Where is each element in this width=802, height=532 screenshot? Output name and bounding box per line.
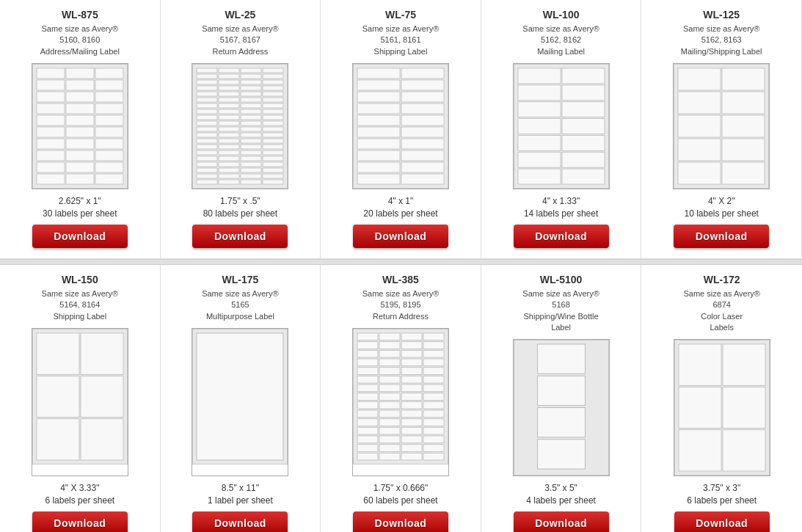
- card-size-wl-150: 4" X 3.33"6 labels per sheet: [45, 482, 114, 507]
- card-wl-100: WL-100Same size as Avery®5162, 8162Maili…: [481, 0, 642, 259]
- card-wl-75: WL-75Same size as Avery®5161, 8161Shippi…: [321, 0, 481, 259]
- svg-rect-71: [263, 121, 283, 125]
- download-button-wl-100[interactable]: Download: [514, 225, 609, 248]
- download-button-wl-175[interactable]: Download: [192, 511, 288, 532]
- svg-rect-82: [241, 139, 261, 143]
- download-button-wl-150[interactable]: Download: [32, 511, 128, 532]
- svg-rect-188: [423, 368, 444, 375]
- download-button-wl-125[interactable]: Download: [674, 225, 769, 248]
- svg-rect-4: [37, 80, 65, 90]
- svg-rect-205: [357, 410, 378, 418]
- card-title-wl-172: WL-172: [704, 274, 740, 285]
- svg-rect-106: [241, 174, 261, 178]
- svg-rect-183: [401, 359, 422, 366]
- svg-rect-70: [241, 121, 261, 125]
- svg-rect-162: [37, 376, 79, 417]
- card-subtitle-wl-172: Same size as Avery®6874Color LaserLabels: [683, 288, 760, 334]
- svg-rect-131: [357, 174, 400, 184]
- svg-rect-68: [197, 121, 217, 125]
- svg-rect-110: [241, 180, 261, 184]
- svg-rect-2: [66, 68, 94, 79]
- svg-rect-118: [401, 92, 444, 102]
- svg-rect-73: [219, 127, 239, 131]
- card-wl-175: WL-175Same size as Avery®5165Multipurpos…: [161, 265, 321, 532]
- card-subtitle-wl-125: Same size as Avery®5162, 8163Mailing/Shi…: [681, 23, 762, 57]
- svg-rect-29: [66, 174, 94, 184]
- card-preview-wl-175: [192, 328, 288, 476]
- svg-rect-62: [241, 109, 261, 114]
- card-size-wl-385: 1.75" x 0.666"60 labels per sheet: [363, 482, 437, 507]
- svg-rect-192: [423, 376, 444, 383]
- svg-rect-199: [401, 393, 422, 401]
- svg-rect-124: [401, 127, 444, 137]
- svg-rect-55: [263, 98, 283, 102]
- svg-rect-5: [66, 80, 94, 90]
- svg-rect-134: [518, 68, 561, 84]
- svg-rect-240: [723, 430, 765, 471]
- download-button-wl-172[interactable]: Download: [674, 511, 770, 532]
- card-preview-wl-100: [513, 63, 610, 189]
- svg-rect-198: [379, 393, 400, 401]
- svg-rect-93: [219, 156, 239, 161]
- download-button-wl-5100[interactable]: Download: [514, 511, 609, 532]
- svg-rect-90: [241, 150, 261, 155]
- svg-rect-215: [401, 427, 422, 434]
- svg-rect-149: [678, 68, 721, 90]
- svg-rect-164: [37, 419, 79, 460]
- svg-rect-12: [95, 103, 123, 114]
- card-subtitle-wl-75: Same size as Avery®5161, 8161Shipping La…: [362, 23, 440, 57]
- svg-rect-18: [95, 127, 123, 137]
- svg-rect-129: [357, 162, 400, 172]
- svg-rect-86: [241, 145, 261, 149]
- svg-rect-212: [423, 419, 444, 426]
- svg-rect-173: [357, 342, 378, 349]
- download-button-wl-25[interactable]: Download: [192, 225, 288, 248]
- svg-rect-170: [379, 333, 400, 340]
- svg-rect-11: [66, 103, 94, 114]
- download-button-wl-875[interactable]: Download: [32, 225, 128, 248]
- svg-rect-202: [379, 401, 400, 409]
- svg-rect-51: [263, 92, 283, 96]
- card-title-wl-125: WL-125: [703, 9, 740, 21]
- svg-rect-22: [37, 150, 65, 161]
- svg-rect-103: [263, 168, 283, 172]
- svg-rect-167: [197, 333, 283, 460]
- svg-rect-84: [197, 145, 217, 149]
- svg-rect-125: [357, 139, 400, 149]
- svg-rect-97: [219, 162, 239, 167]
- svg-rect-207: [401, 410, 422, 418]
- svg-rect-35: [263, 68, 283, 73]
- svg-rect-224: [423, 445, 444, 452]
- svg-rect-139: [562, 102, 605, 117]
- card-subtitle-wl-25: Same size as Avery®5167, 8167Return Addr…: [202, 23, 279, 57]
- svg-rect-21: [95, 139, 123, 149]
- svg-rect-158: [722, 162, 765, 184]
- svg-rect-107: [263, 174, 283, 178]
- download-button-wl-385[interactable]: Download: [353, 511, 448, 532]
- svg-rect-208: [423, 410, 444, 418]
- svg-rect-89: [219, 150, 239, 155]
- svg-rect-160: [37, 333, 79, 374]
- card-wl-125: WL-125Same size as Avery®5162, 8163Maili…: [641, 0, 802, 259]
- card-wl-172: WL-172Same size as Avery®6874Color Laser…: [641, 265, 802, 532]
- svg-rect-27: [95, 162, 123, 172]
- svg-rect-172: [423, 333, 444, 340]
- svg-rect-56: [197, 103, 217, 108]
- svg-rect-105: [219, 174, 239, 178]
- download-button-wl-75[interactable]: Download: [353, 225, 448, 248]
- svg-rect-222: [379, 445, 400, 452]
- svg-rect-33: [219, 68, 239, 73]
- svg-rect-76: [197, 133, 217, 137]
- svg-rect-225: [357, 453, 378, 460]
- svg-rect-96: [197, 162, 217, 167]
- card-preview-wl-75: [352, 63, 449, 189]
- card-size-wl-75: 4" x 1"20 labels per sheet: [363, 195, 437, 220]
- card-title-wl-150: WL-150: [62, 274, 98, 285]
- svg-rect-30: [95, 174, 123, 184]
- card-title-wl-385: WL-385: [382, 274, 419, 285]
- svg-rect-126: [401, 139, 444, 149]
- svg-rect-163: [81, 376, 123, 417]
- svg-rect-136: [518, 85, 561, 101]
- card-title-wl-175: WL-175: [222, 274, 258, 285]
- svg-rect-211: [401, 419, 422, 426]
